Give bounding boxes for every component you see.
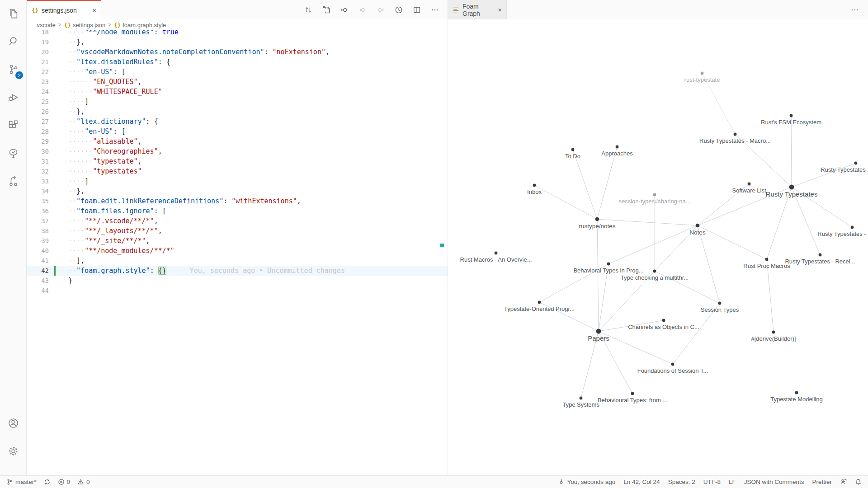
breadcrumb[interactable]: .vscode>{}settings.json>{}foam.graph.sty… bbox=[27, 19, 448, 30]
git-compare-icon[interactable] bbox=[304, 5, 313, 14]
status-item-problems-errors[interactable]: 0 bbox=[58, 479, 71, 485]
close-icon[interactable]: × bbox=[498, 6, 502, 14]
graph-node[interactable] bbox=[616, 145, 619, 149]
code-line[interactable]: 37····"**/.vscode/**/*", bbox=[27, 216, 448, 226]
graph-node[interactable] bbox=[819, 253, 822, 257]
status-item-language-mode[interactable]: JSON with Comments bbox=[744, 479, 804, 485]
code-line[interactable]: 29······"aliasable", bbox=[27, 136, 448, 146]
code-line[interactable]: 22····"en-US": [ bbox=[27, 67, 448, 77]
activity-item-todo-tree[interactable] bbox=[4, 144, 23, 163]
graph-node[interactable] bbox=[671, 363, 675, 366]
code-line[interactable]: 19··}, bbox=[27, 37, 448, 47]
status-item-blame-status[interactable]: You, seconds ago bbox=[558, 479, 615, 485]
graph-node[interactable] bbox=[653, 193, 656, 197]
status-item-problems-warnings[interactable]: 0 bbox=[77, 479, 90, 485]
code-line[interactable]: 36··"foam.files.ignore": [ bbox=[27, 206, 448, 216]
graph-node[interactable] bbox=[851, 226, 854, 229]
graph-node[interactable] bbox=[662, 319, 665, 322]
code-line[interactable]: 35··"foam.edit.linkReferenceDefinitions"… bbox=[27, 196, 448, 206]
line-number: 33 bbox=[27, 176, 53, 186]
activity-item-account[interactable] bbox=[4, 413, 23, 432]
code-line[interactable]: 41··], bbox=[27, 256, 448, 266]
code-line[interactable]: 38····"**/_layouts/**/*", bbox=[27, 226, 448, 236]
breadcrumb-item[interactable]: .vscode bbox=[35, 22, 56, 28]
code-line[interactable]: 21··"ltex.disabledRules": { bbox=[27, 57, 448, 67]
tab-foam-graph[interactable]: Foam Graph × bbox=[448, 0, 507, 19]
file-history-icon[interactable] bbox=[394, 5, 403, 14]
activity-item-settings[interactable] bbox=[4, 441, 23, 460]
code-editor[interactable]: 18····"**/node_modules": true19··},20··"… bbox=[27, 27, 448, 475]
graph-node-label: Channels as Objects in C... bbox=[628, 324, 699, 330]
status-item-formatter[interactable]: Prettier bbox=[812, 479, 832, 485]
activity-item-run-debug[interactable] bbox=[4, 88, 23, 107]
previous-change-icon[interactable] bbox=[340, 5, 349, 14]
graph-node[interactable] bbox=[596, 329, 601, 334]
status-item-notifications[interactable] bbox=[855, 479, 862, 485]
graph-node[interactable] bbox=[701, 72, 704, 75]
more-actions-icon[interactable]: ⋯ bbox=[851, 0, 868, 19]
code-line[interactable]: 34··}, bbox=[27, 186, 448, 196]
status-item-eol[interactable]: LF bbox=[729, 479, 736, 485]
activity-item-extensions[interactable] bbox=[4, 116, 23, 135]
activity-item-explorer[interactable] bbox=[4, 4, 23, 23]
graph-node-label: Approaches bbox=[601, 150, 633, 157]
code-line[interactable]: 42··"foam.graph.style": {}You, seconds a… bbox=[27, 266, 448, 276]
code-line[interactable]: 20··"vscodeMarkdownNotes.noteCompletionC… bbox=[27, 47, 448, 57]
close-icon[interactable]: × bbox=[92, 6, 96, 14]
editor-sash[interactable] bbox=[448, 0, 448, 475]
code-line[interactable]: 31······"typestate", bbox=[27, 156, 448, 166]
tab-settings-json[interactable]: {} settings.json × bbox=[27, 0, 101, 19]
graph-node[interactable] bbox=[718, 302, 722, 305]
graph-node[interactable] bbox=[580, 397, 583, 400]
graph-node[interactable] bbox=[795, 391, 798, 394]
graph-node[interactable] bbox=[772, 331, 775, 334]
foam-graph-canvas[interactable]: rust-typestateRust's FSM EcosystemRusty … bbox=[448, 19, 868, 475]
code-line[interactable]: 32······"typestates" bbox=[27, 166, 448, 176]
status-item-encoding[interactable]: UTF-8 bbox=[703, 479, 721, 485]
code-line[interactable]: 28····"en-US": [ bbox=[27, 127, 448, 136]
graph-node[interactable] bbox=[765, 258, 769, 261]
graph-node[interactable] bbox=[538, 301, 541, 304]
open-changes-icon[interactable] bbox=[322, 5, 331, 14]
code-line[interactable]: 30······"Choreographies", bbox=[27, 146, 448, 156]
status-item-sync[interactable] bbox=[44, 479, 51, 485]
graph-node[interactable] bbox=[854, 162, 858, 165]
status-item-git-branch[interactable]: master* bbox=[6, 479, 37, 485]
activity-bar-top: 2 bbox=[4, 4, 23, 200]
graph-node[interactable] bbox=[595, 217, 599, 221]
code-line[interactable]: 24······"WHITESPACE_RULE" bbox=[27, 87, 448, 97]
graph-node[interactable] bbox=[607, 263, 610, 266]
status-item-indentation[interactable]: Spaces: 2 bbox=[668, 479, 695, 485]
code-line[interactable]: 39····"**/_site/**/*", bbox=[27, 236, 448, 246]
code-line[interactable]: 33····] bbox=[27, 176, 448, 186]
code-line[interactable]: 25····] bbox=[27, 97, 448, 107]
split-editor-icon[interactable] bbox=[412, 5, 421, 14]
code-line[interactable]: 27··"ltex.dictionary": { bbox=[27, 117, 448, 127]
line-number: 38 bbox=[27, 226, 53, 236]
graph-node[interactable] bbox=[789, 185, 794, 190]
graph-node[interactable] bbox=[571, 148, 575, 151]
breadcrumb-item[interactable]: {}settings.json bbox=[64, 22, 105, 28]
graph-node[interactable] bbox=[790, 114, 793, 117]
graph-node[interactable] bbox=[748, 183, 751, 186]
activity-item-gitlens[interactable] bbox=[4, 172, 23, 191]
more-actions-icon[interactable] bbox=[430, 5, 439, 14]
code-line[interactable]: 40····"**/node_modules/**/*" bbox=[27, 246, 448, 256]
code-text: ······"Choreographies", bbox=[68, 146, 162, 156]
graph-node[interactable] bbox=[495, 252, 498, 255]
graph-node[interactable] bbox=[653, 270, 656, 273]
activity-item-source-control[interactable]: 2 bbox=[4, 60, 23, 79]
graph-node[interactable] bbox=[533, 184, 536, 187]
status-item-cursor-position[interactable]: Ln 42, Col 24 bbox=[623, 479, 660, 485]
code-line[interactable]: 43} bbox=[27, 276, 448, 286]
code-line[interactable]: 44 bbox=[27, 286, 448, 296]
graph-node[interactable] bbox=[734, 133, 737, 136]
code-line[interactable]: 23······"EN_QUOTES", bbox=[27, 77, 448, 87]
graph-node[interactable] bbox=[631, 392, 634, 395]
graph-node[interactable] bbox=[696, 224, 700, 228]
code-line[interactable]: 26··}, bbox=[27, 107, 448, 117]
activity-item-search[interactable] bbox=[4, 32, 23, 51]
breadcrumb-item[interactable]: {}foam.graph.style bbox=[114, 22, 166, 28]
graph-list-icon bbox=[453, 6, 459, 13]
status-item-feedback[interactable] bbox=[840, 479, 847, 485]
